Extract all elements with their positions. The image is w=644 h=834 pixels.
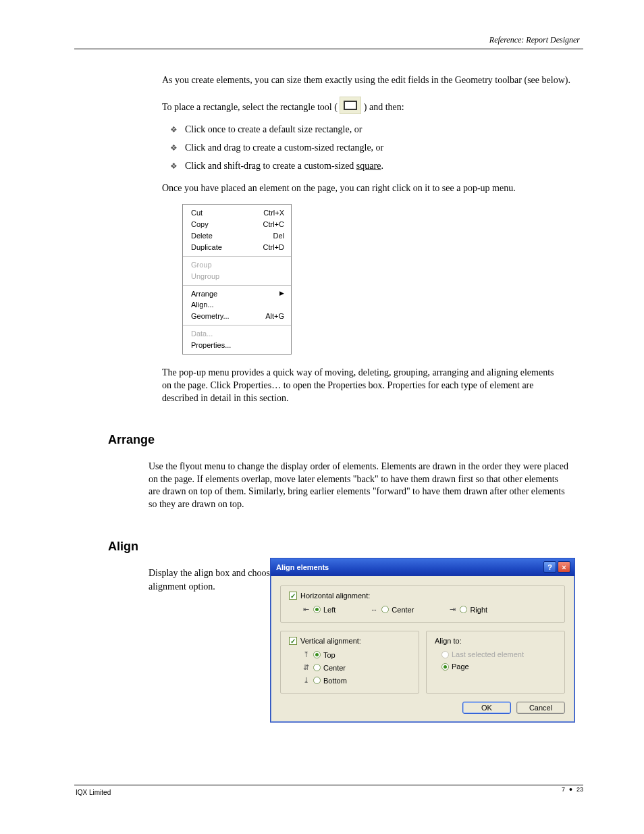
close-button[interactable]: × bbox=[558, 561, 570, 573]
footer-page-number: 23 bbox=[576, 786, 583, 793]
header-title: Reference: Report Designer bbox=[489, 35, 580, 45]
menu-item-properties[interactable]: Properties... bbox=[183, 340, 291, 351]
menu-label: Cut bbox=[191, 208, 203, 218]
radio-label: Top bbox=[323, 651, 336, 659]
v-center-option[interactable]: ⇵ Center bbox=[301, 663, 410, 672]
horizontal-label: Horizontal alignment: bbox=[300, 592, 370, 600]
radio bbox=[441, 651, 449, 658]
align-center-v-icon: ⇵ bbox=[301, 663, 311, 672]
ok-button[interactable]: OK bbox=[462, 702, 511, 714]
menu-accel: Del bbox=[273, 231, 284, 241]
menu-accel: Ctrl+D bbox=[263, 242, 284, 253]
menu-item-align[interactable]: Align... bbox=[183, 299, 291, 311]
menu-label: Ungroup bbox=[191, 271, 219, 282]
h-right-option[interactable]: ⇥ Right bbox=[448, 605, 487, 614]
radio-label: Last selected element bbox=[452, 650, 524, 658]
list-item: ❖ Click and shift-drag to create a custo… bbox=[170, 160, 576, 173]
submenu-arrow-icon: ▶ bbox=[279, 289, 284, 299]
bullet-text: Click and drag to create a custom-sized … bbox=[185, 142, 576, 155]
align-to-page-option[interactable]: Page bbox=[441, 662, 556, 671]
menu-accel: Ctrl+X bbox=[263, 208, 284, 218]
para-popup-intro: Once you have placed an element on the p… bbox=[162, 182, 576, 195]
bullet-list: ❖ Click once to create a default size re… bbox=[170, 124, 576, 173]
align-dialog: Align elements ? × ✓ Horizontal alignmen… bbox=[270, 558, 575, 723]
radio[interactable] bbox=[313, 651, 321, 658]
para-rectangle-pre: To place a rectangle, select the rectang… bbox=[162, 102, 338, 112]
menu-item-ungroup: Ungroup bbox=[183, 271, 291, 282]
horizontal-alignment-group: ✓ Horizontal alignment: ⇤ Left ↔ Center bbox=[280, 585, 565, 623]
menu-item-group: Group bbox=[183, 259, 291, 271]
para-rectangle-post: ) and then: bbox=[364, 102, 404, 112]
menu-item-cut[interactable]: Cut Ctrl+X bbox=[183, 207, 291, 219]
document-page: Reference: Report Designer As you create… bbox=[0, 0, 644, 834]
radio[interactable] bbox=[441, 663, 449, 671]
align-to-label: Align to: bbox=[435, 637, 556, 645]
menu-item-duplicate[interactable]: Duplicate Ctrl+D bbox=[183, 242, 291, 253]
align-to-last-option: Last selected element bbox=[441, 650, 556, 658]
align-top-icon: ⤒ bbox=[301, 650, 311, 659]
menu-item-arrange[interactable]: Arrange ▶ bbox=[183, 288, 291, 300]
align-center-h-icon: ↔ bbox=[369, 606, 379, 614]
heading-arrange: Arrange bbox=[108, 432, 576, 448]
vertical-alignment-group: ✓ Vertical alignment: ⤒ Top ⇵ Center bbox=[280, 631, 419, 694]
footer-chapter: 7 bbox=[562, 786, 565, 793]
h-center-option[interactable]: ↔ Center bbox=[369, 605, 414, 614]
align-bottom-icon: ⤓ bbox=[301, 676, 311, 685]
v-bottom-option[interactable]: ⤓ Bottom bbox=[301, 676, 410, 685]
vertical-label: Vertical alignment: bbox=[300, 637, 361, 645]
context-menu: Cut Ctrl+X Copy Ctrl+C Delete Del Duplic… bbox=[182, 204, 292, 354]
footer-page: 7 • 23 bbox=[562, 786, 583, 793]
radio[interactable] bbox=[313, 606, 321, 613]
radio[interactable] bbox=[313, 664, 321, 671]
bullet-text: Click and shift-drag to create a custom-… bbox=[185, 160, 576, 173]
radio-label: Center bbox=[392, 606, 414, 614]
dialog-body: ✓ Horizontal alignment: ⇤ Left ↔ Center bbox=[271, 576, 574, 702]
radio-label: Right bbox=[470, 606, 487, 614]
menu-label: Arrange bbox=[191, 289, 217, 299]
para-arrange: Use the flyout menu to change the displa… bbox=[149, 461, 570, 512]
footer-dot-icon: • bbox=[569, 787, 572, 792]
menu-label: Properties... bbox=[191, 340, 231, 350]
radio-label: Bottom bbox=[323, 677, 347, 685]
vertical-checkbox[interactable]: ✓ bbox=[289, 637, 297, 645]
menu-label: Data... bbox=[191, 329, 213, 339]
list-item: ❖ Click and drag to create a custom-size… bbox=[170, 142, 576, 155]
menu-item-geometry[interactable]: Geometry... Alt+G bbox=[183, 311, 291, 322]
radio-label: Left bbox=[323, 606, 336, 614]
align-right-icon: ⇥ bbox=[448, 605, 457, 614]
header-rule bbox=[74, 49, 583, 49]
menu-accel: Ctrl+C bbox=[263, 219, 284, 230]
footer-company: IQX Limited bbox=[76, 789, 111, 796]
body-content: As you create elements, you can size the… bbox=[81, 74, 576, 603]
menu-item-delete[interactable]: Delete Del bbox=[183, 230, 291, 242]
radio[interactable] bbox=[313, 677, 321, 684]
menu-item-copy[interactable]: Copy Ctrl+C bbox=[183, 219, 291, 230]
footer-rule bbox=[74, 785, 583, 785]
bullet-icon: ❖ bbox=[170, 142, 185, 154]
dialog-title-text: Align elements bbox=[276, 563, 329, 571]
help-button[interactable]: ? bbox=[543, 561, 556, 573]
v-top-option[interactable]: ⤒ Top bbox=[301, 650, 410, 659]
radio-label: Center bbox=[323, 664, 346, 672]
cancel-button[interactable]: Cancel bbox=[516, 702, 565, 714]
list-item: ❖ Click once to create a default size re… bbox=[170, 124, 576, 136]
bullet-icon: ❖ bbox=[170, 124, 185, 136]
para-rectangle-instructions: To place a rectangle, select the rectang… bbox=[162, 97, 576, 114]
heading-align: Align bbox=[108, 538, 576, 554]
menu-label: Group bbox=[191, 260, 212, 270]
rectangle-tool-icon bbox=[340, 97, 361, 114]
bullet-icon: ❖ bbox=[170, 160, 185, 172]
h-left-option[interactable]: ⇤ Left bbox=[301, 605, 336, 614]
dialog-titlebar: Align elements ? × bbox=[271, 558, 574, 576]
menu-item-data: Data... bbox=[183, 328, 291, 340]
radio-label: Page bbox=[452, 662, 469, 671]
menu-label: Copy bbox=[191, 219, 209, 230]
radio[interactable] bbox=[381, 606, 389, 613]
align-left-icon: ⇤ bbox=[301, 605, 311, 614]
bullet-text: Click once to create a default size rect… bbox=[185, 124, 576, 136]
menu-accel: Alt+G bbox=[265, 311, 284, 321]
para-geometry-intro: As you create elements, you can size the… bbox=[162, 74, 576, 87]
radio[interactable] bbox=[460, 606, 467, 613]
horizontal-checkbox[interactable]: ✓ bbox=[289, 592, 297, 600]
menu-label: Align... bbox=[191, 300, 214, 310]
